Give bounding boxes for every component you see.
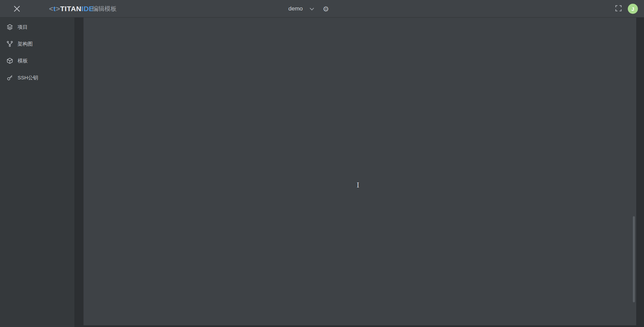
logo-bracket: <	[49, 5, 53, 13]
sidebar-item-projects[interactable]: 项目	[0, 19, 74, 35]
topbar: <t>TITANIDE 编辑模板 demo ⚙ J	[0, 0, 644, 18]
logo-titan: TITAN	[60, 5, 81, 13]
logo-t: t	[53, 5, 56, 13]
page-title: 编辑模板	[92, 0, 117, 18]
sidebar-item-label: 模板	[18, 58, 28, 64]
layers-icon	[6, 24, 13, 30]
sidebar-item-architecture[interactable]: 架构图	[0, 35, 74, 52]
architecture-icon	[6, 41, 13, 47]
app-logo: <t>TITANIDE	[49, 0, 94, 18]
sidebar-item-label: 项目	[18, 24, 28, 30]
sidebar-item-label: 架构图	[18, 41, 33, 47]
scrollbar-thumb[interactable]	[633, 216, 635, 302]
logo-bracket: >	[56, 5, 60, 13]
avatar[interactable]: J	[628, 4, 638, 14]
key-icon	[6, 74, 13, 81]
logo-ide: IDE	[81, 5, 94, 13]
edit-template-panel	[84, 18, 636, 325]
workspace-selector[interactable]: demo	[288, 5, 303, 12]
sidebar-item-ssh-keys[interactable]: SSH公钥	[0, 69, 74, 86]
sidebar: 项目 架构图 模板 SSH公钥	[0, 18, 74, 327]
sidebar-item-templates[interactable]: 模板	[0, 52, 74, 69]
sidebar-item-label: SSH公钥	[18, 75, 38, 81]
cube-icon	[6, 57, 13, 64]
fullscreen-icon[interactable]	[615, 5, 622, 13]
close-icon[interactable]	[13, 5, 21, 13]
chevron-down-icon[interactable]	[310, 6, 314, 10]
gear-icon[interactable]: ⚙	[323, 5, 329, 12]
